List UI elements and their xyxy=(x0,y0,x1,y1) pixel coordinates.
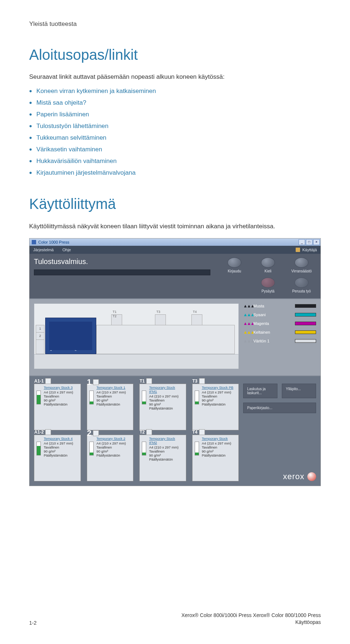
help-link[interactable]: Kirjautuminen järjestelmänvalvojana xyxy=(36,169,136,176)
machine-diagram: 1 2 12 T1 T2 T3 T4 xyxy=(34,303,239,369)
toner-row: ▲▲▲Väritön 1 xyxy=(243,338,316,344)
maintenance-button[interactable]: Ylläpito... xyxy=(282,384,316,398)
tray-card[interactable]: T4Temporary StockA4 (210 x 297 mm)Tavall… xyxy=(192,435,239,481)
tower-label: T2 xyxy=(113,314,117,318)
toner-row: ▲▲▲Magenta xyxy=(243,321,316,326)
soft-button[interactable]: Pysäytä xyxy=(253,278,283,293)
stock-link[interactable]: Temporary Stock IFM1 xyxy=(149,385,184,393)
feeder-slot: 2 xyxy=(36,333,44,340)
menu-help[interactable]: Ohje xyxy=(62,248,71,252)
tray-card[interactable]: T2Temporary Stock IFM2A4 (210 x 297 mm)T… xyxy=(139,435,186,481)
close-button[interactable]: × xyxy=(313,239,320,245)
tray-card[interactable]: 2Temporary Stock 2A4 (210 x 297 mm)Taval… xyxy=(87,435,134,481)
title-bar: Color 1000 Press _ □ × xyxy=(30,238,320,246)
help-link[interactable]: Tukkeuman selvittäminen xyxy=(36,134,106,141)
stock-link[interactable]: Temporary Stock IFM2 xyxy=(149,437,184,445)
tower-label: T4 xyxy=(193,310,197,314)
paper-library-button[interactable]: Paperikirjasto... xyxy=(243,403,316,413)
maximize-button[interactable]: □ xyxy=(306,239,312,245)
minimize-button[interactable]: _ xyxy=(299,239,305,245)
section-title-2: Käyttöliittymä xyxy=(29,196,321,212)
toner-row: ▲▲▲Keltainen xyxy=(243,330,316,335)
tray-card[interactable]: T3Temporary Stock PBA4 (210 x 297 mm)Tav… xyxy=(192,384,239,430)
tray-card[interactable]: A1-1Temporary Stock 3A4 (210 x 297 mm)Ta… xyxy=(34,384,81,430)
stock-link[interactable]: Temporary Stock PB xyxy=(202,385,237,389)
stock-link[interactable]: Temporary Stock 1 xyxy=(97,385,131,389)
page-footer: 1-2 Xerox® Color 800i/1000i Press Xerox®… xyxy=(29,612,321,626)
tray-grid: A1-1Temporary Stock 3A4 (210 x 297 mm)Ta… xyxy=(34,384,239,481)
help-link[interactable]: Värikasetin vaihtaminen xyxy=(36,146,102,153)
tray-card[interactable]: T1Temporary Stock IFM1A4 (210 x 297 mm)T… xyxy=(139,384,186,430)
app-title: Color 1000 Press xyxy=(38,240,69,244)
stock-link[interactable]: Temporary Stock 4 xyxy=(44,437,78,441)
doc-name: Käyttöopas xyxy=(295,619,321,625)
soft-button[interactable]: Kieli xyxy=(253,257,283,273)
status-area: Tulostusvalmius. KirjauduKieliVirransääs… xyxy=(30,254,320,298)
toner-row: ▲▲▲Syaani xyxy=(243,312,316,317)
toner-panel: ▲▲▲Musta▲▲▲Syaani▲▲▲Magenta▲▲▲Keltainen▲… xyxy=(243,303,316,369)
help-link[interactable]: Hukkavärisäiliön vaihtaminen xyxy=(36,158,117,165)
app-icon xyxy=(32,240,36,244)
printer-ui-panel: Color 1000 Press _ □ × Järjestelmä Ohje … xyxy=(29,238,321,486)
soft-button[interactable]: Kirjaudu xyxy=(220,257,249,273)
section-intro: Seuraavat linkit auttavat pääsemään nope… xyxy=(29,73,321,81)
tower-label: T1 xyxy=(113,310,117,314)
xerox-logo: xerox xyxy=(283,472,316,481)
billing-button[interactable]: Laskutus ja laskurit... xyxy=(243,384,277,398)
machine-zone: 1 2 12 T1 T2 T3 T4 ▲▲▲Musta▲▲▲Syaani▲▲▲M… xyxy=(30,298,320,376)
section-title-1: Aloitusopas/linkit xyxy=(29,47,321,63)
user-icon xyxy=(296,248,300,252)
product-name: Xerox® Color 800i/1000i Press Xerox® Col… xyxy=(182,612,321,618)
toner-row: ▲▲▲Musta xyxy=(243,303,316,309)
stock-link[interactable]: Temporary Stock 3 xyxy=(44,385,78,389)
help-link[interactable]: Mistä saa ohjeita? xyxy=(36,99,86,106)
status-text: Tulostusvalmius. xyxy=(34,257,210,266)
section-body: Käyttöliittymässä näkyvät koneen tilaan … xyxy=(29,222,321,231)
page-number: 1-2 xyxy=(29,620,36,626)
help-link[interactable]: Koneen virran kytkeminen ja katkaisemine… xyxy=(36,88,156,95)
tray-card[interactable]: 1Temporary Stock 1A4 (210 x 297 mm)Taval… xyxy=(87,384,134,430)
help-link[interactable]: Tulostustyön lähettäminen xyxy=(36,123,109,130)
page-header: Yleistä tuotteesta xyxy=(29,20,321,28)
links-list: Koneen virran kytkeminen ja katkaisemine… xyxy=(29,87,321,177)
stock-link[interactable]: Temporary Stock 2 xyxy=(97,437,131,441)
soft-button[interactable]: Peruuta työ xyxy=(287,278,316,293)
help-link[interactable]: Paperin lisääminen xyxy=(36,111,89,118)
tray-card[interactable]: A1-2Temporary Stock 4A4 (210 x 297 mm)Ta… xyxy=(34,435,81,481)
stock-link[interactable]: Temporary Stock xyxy=(202,437,237,441)
menu-user[interactable]: Käyttäjä xyxy=(302,248,317,252)
feeder-slot: 1 xyxy=(36,325,44,333)
tower-label: T3 xyxy=(156,310,160,314)
lower-zone: A1-1Temporary Stock 3A4 (210 x 297 mm)Ta… xyxy=(30,376,320,486)
xerox-ball-icon xyxy=(307,472,316,481)
menu-bar: Järjestelmä Ohje Käyttäjä xyxy=(30,246,320,254)
menu-system[interactable]: Järjestelmä xyxy=(33,248,54,252)
soft-button[interactable]: Virransäästö xyxy=(287,257,316,273)
progress-bar xyxy=(34,269,210,275)
